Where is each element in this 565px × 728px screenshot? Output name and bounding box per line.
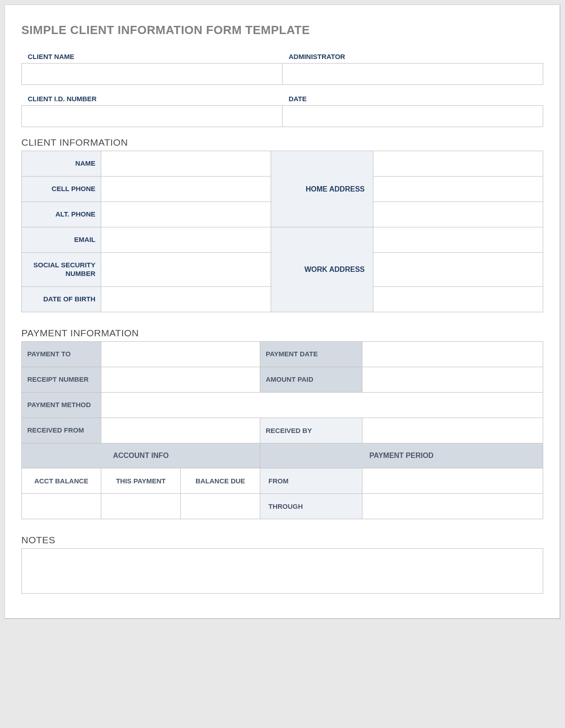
administrator-input[interactable] xyxy=(282,63,544,85)
payment-to-input[interactable] xyxy=(102,342,259,366)
balance-due-input[interactable] xyxy=(181,494,259,518)
client-id-label: CLIENT I.D. NUMBER xyxy=(21,95,282,105)
cell-phone-label: CELL PHONE xyxy=(22,177,101,202)
work-address-label: WORK ADDRESS xyxy=(271,227,373,312)
received-from-input[interactable] xyxy=(102,418,259,443)
cell-phone-input[interactable] xyxy=(102,177,270,201)
client-id-group: CLIENT I.D. NUMBER xyxy=(21,95,282,127)
client-info-section-title: CLIENT INFORMATION xyxy=(21,137,543,148)
form-page: SIMPLE CLIENT INFORMATION FORM TEMPLATE … xyxy=(5,5,560,619)
payment-to-label: PAYMENT TO xyxy=(22,341,101,367)
received-by-label: RECEIVED BY xyxy=(260,418,362,443)
payment-info-table: PAYMENT TO PAYMENT DATE RECEIPT NUMBER A… xyxy=(21,341,543,519)
client-name-group: CLIENT NAME xyxy=(21,53,282,85)
page-title: SIMPLE CLIENT INFORMATION FORM TEMPLATE xyxy=(21,23,543,37)
from-input[interactable] xyxy=(363,469,542,493)
dob-input[interactable] xyxy=(102,287,270,311)
receipt-number-input[interactable] xyxy=(102,368,259,392)
date-label: DATE xyxy=(282,95,544,105)
payment-method-input[interactable] xyxy=(102,393,542,417)
work-address-input-1[interactable] xyxy=(374,228,542,252)
balance-due-label: BALANCE DUE xyxy=(181,468,260,493)
through-input[interactable] xyxy=(363,494,542,518)
home-address-input-3[interactable] xyxy=(374,202,542,226)
header-row-2: CLIENT I.D. NUMBER DATE xyxy=(21,95,543,127)
notes-section-title: NOTES xyxy=(21,535,543,546)
payment-method-label: PAYMENT METHOD xyxy=(22,392,101,418)
receipt-number-label: RECEIPT NUMBER xyxy=(22,367,101,392)
received-by-input[interactable] xyxy=(363,418,542,443)
name-label: NAME xyxy=(22,151,101,177)
administrator-group: ADMINISTRATOR xyxy=(282,53,544,85)
payment-date-label: PAYMENT DATE xyxy=(260,341,362,367)
home-address-input-1[interactable] xyxy=(374,152,542,176)
date-input[interactable] xyxy=(282,105,544,127)
client-info-table: NAME HOME ADDRESS CELL PHONE ALT. PHONE … xyxy=(21,151,543,312)
account-info-header: ACCOUNT INFO xyxy=(22,443,260,468)
client-id-input[interactable] xyxy=(21,105,282,127)
ssn-label: SOCIAL SECURITY NUMBER xyxy=(22,253,101,287)
alt-phone-input[interactable] xyxy=(102,202,270,226)
email-label: EMAIL xyxy=(22,227,101,253)
dob-label: DATE OF BIRTH xyxy=(22,286,101,312)
ssn-input[interactable] xyxy=(102,257,270,281)
this-payment-label: THIS PAYMENT xyxy=(101,468,181,493)
header-row-1: CLIENT NAME ADMINISTRATOR xyxy=(21,53,543,85)
home-address-input-2[interactable] xyxy=(374,177,542,201)
from-label: FROM xyxy=(260,468,362,493)
client-name-label: CLIENT NAME xyxy=(21,53,282,63)
date-group: DATE xyxy=(282,95,544,127)
name-input[interactable] xyxy=(102,152,270,176)
through-label: THROUGH xyxy=(260,493,362,519)
work-address-input-3[interactable] xyxy=(374,287,542,311)
received-from-label: RECEIVED FROM xyxy=(22,418,101,443)
email-input[interactable] xyxy=(102,228,270,252)
payment-info-section-title: PAYMENT INFORMATION xyxy=(21,328,543,339)
amount-paid-input[interactable] xyxy=(363,368,542,392)
notes-textarea[interactable] xyxy=(21,548,543,594)
home-address-label: HOME ADDRESS xyxy=(271,151,373,227)
administrator-label: ADMINISTRATOR xyxy=(282,53,544,63)
alt-phone-label: ALT. PHONE xyxy=(22,202,101,227)
acct-balance-label: ACCT BALANCE xyxy=(22,468,101,493)
client-name-input[interactable] xyxy=(21,63,282,85)
work-address-input-2[interactable] xyxy=(374,257,542,281)
payment-date-input[interactable] xyxy=(363,342,542,366)
amount-paid-label: AMOUNT PAID xyxy=(260,367,362,392)
this-payment-input[interactable] xyxy=(102,494,180,518)
payment-period-header: PAYMENT PERIOD xyxy=(260,443,543,468)
acct-balance-input[interactable] xyxy=(22,494,100,518)
